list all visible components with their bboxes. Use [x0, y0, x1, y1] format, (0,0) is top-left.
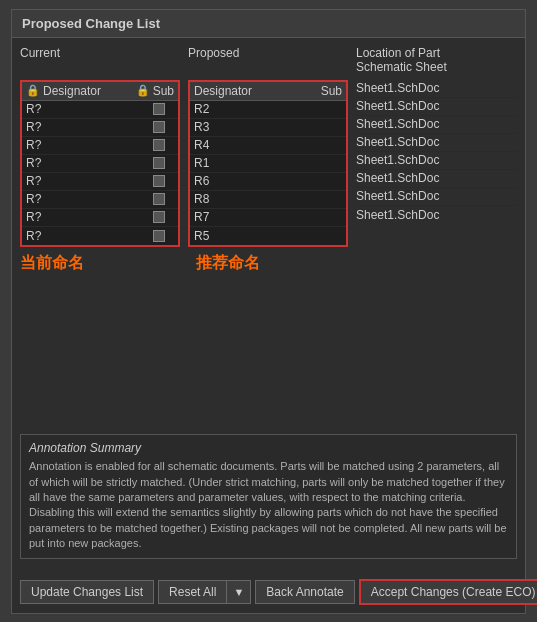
- annotation-summary-text: Annotation is enabled for all schematic …: [29, 459, 508, 551]
- location-label: Location of Part: [356, 46, 517, 60]
- current-table-header: 🔒 Designator 🔒 Sub: [22, 82, 178, 101]
- dialog-title: Proposed Change List: [12, 10, 525, 38]
- location-row: Sheet1.SchDoc: [356, 206, 517, 224]
- proposed-label-text: Proposed: [188, 46, 239, 60]
- accept-changes-button[interactable]: Accept Changes (Create ECO): [359, 579, 537, 605]
- table-row: R?: [22, 191, 178, 209]
- schematic-label: Schematic Sheet: [356, 60, 517, 74]
- table-row: R5: [190, 227, 346, 245]
- proposed-table-header: Designator Sub: [190, 82, 346, 101]
- location-row: Sheet1.SchDoc: [356, 80, 517, 98]
- checkbox[interactable]: [153, 193, 165, 205]
- location-header: Location of Part Schematic Sheet: [356, 46, 517, 74]
- table-section: Current Proposed Location of Part Schema…: [20, 46, 517, 247]
- checkbox[interactable]: [153, 139, 165, 151]
- table-row: R7: [190, 209, 346, 227]
- dialog-body: Current Proposed Location of Part Schema…: [12, 38, 525, 575]
- button-row: Update Changes List Reset All ▼ Back Ann…: [12, 575, 525, 613]
- lock-icon-current: 🔒: [26, 84, 40, 97]
- table-row: R?: [22, 209, 178, 227]
- table-row: R?: [22, 227, 178, 245]
- tables-content: 🔒 Designator 🔒 Sub R? R? R? R? R?: [20, 80, 517, 247]
- table-row: R?: [22, 173, 178, 191]
- location-row: Sheet1.SchDoc: [356, 98, 517, 116]
- proposed-section-label: Proposed: [188, 46, 348, 74]
- location-row: Sheet1.SchDoc: [356, 152, 517, 170]
- update-changes-button[interactable]: Update Changes List: [20, 580, 154, 604]
- reset-all-button[interactable]: Reset All: [158, 580, 227, 604]
- table-row: R3: [190, 119, 346, 137]
- current-rows-container: R? R? R? R? R? R? R? R?: [22, 101, 178, 245]
- proposed-sub-header: Sub: [321, 84, 342, 98]
- checkbox[interactable]: [153, 121, 165, 133]
- proposed-designator-header: Designator: [194, 84, 252, 98]
- current-chinese-label: 当前命名: [20, 253, 188, 274]
- table-row: R?: [22, 101, 178, 119]
- location-column: Sheet1.SchDoc Sheet1.SchDoc Sheet1.SchDo…: [356, 80, 517, 247]
- current-designator-header: Designator: [43, 84, 101, 98]
- proposed-table: Designator Sub R2 R3 R4 R1 R6 R8 R7: [188, 80, 348, 247]
- current-label-text: Current: [20, 46, 60, 60]
- table-row: R6: [190, 173, 346, 191]
- checkbox[interactable]: [153, 211, 165, 223]
- chinese-labels-row: 当前命名 推荐命名: [20, 253, 517, 274]
- table-row: R1: [190, 155, 346, 173]
- annotation-summary-section: Annotation Summary Annotation is enabled…: [20, 434, 517, 558]
- reset-dropdown-button[interactable]: ▼: [227, 580, 251, 604]
- back-annotate-button[interactable]: Back Annotate: [255, 580, 354, 604]
- location-rows-container: Sheet1.SchDoc Sheet1.SchDoc Sheet1.SchDo…: [356, 80, 517, 224]
- location-row: Sheet1.SchDoc: [356, 116, 517, 134]
- table-row: R?: [22, 119, 178, 137]
- checkbox[interactable]: [153, 157, 165, 169]
- proposed-rows-container: R2 R3 R4 R1 R6 R8 R7 R5: [190, 101, 346, 245]
- table-row: R4: [190, 137, 346, 155]
- proposed-chinese-label: 推荐命名: [196, 253, 364, 274]
- table-row: R2: [190, 101, 346, 119]
- current-table-box: 🔒 Designator 🔒 Sub R? R? R? R? R?: [20, 80, 180, 247]
- checkbox[interactable]: [153, 103, 165, 115]
- reset-group: Reset All ▼: [158, 580, 251, 604]
- current-section-label: Current: [20, 46, 180, 74]
- proposed-change-list-dialog: Proposed Change List Current Proposed Lo…: [11, 9, 526, 614]
- table-row: R8: [190, 191, 346, 209]
- location-row: Sheet1.SchDoc: [356, 188, 517, 206]
- lock-icon-sub: 🔒: [136, 84, 150, 97]
- current-sub-header: Sub: [153, 84, 174, 98]
- current-table: 🔒 Designator 🔒 Sub R? R? R? R? R?: [20, 80, 180, 247]
- section-labels-row: Current Proposed Location of Part Schema…: [20, 46, 517, 74]
- annotation-summary-title: Annotation Summary: [29, 441, 508, 455]
- location-row: Sheet1.SchDoc: [356, 134, 517, 152]
- table-row: R?: [22, 155, 178, 173]
- checkbox[interactable]: [153, 230, 165, 242]
- location-row: Sheet1.SchDoc: [356, 170, 517, 188]
- table-row: R?: [22, 137, 178, 155]
- proposed-table-box: Designator Sub R2 R3 R4 R1 R6 R8 R7: [188, 80, 348, 247]
- checkbox[interactable]: [153, 175, 165, 187]
